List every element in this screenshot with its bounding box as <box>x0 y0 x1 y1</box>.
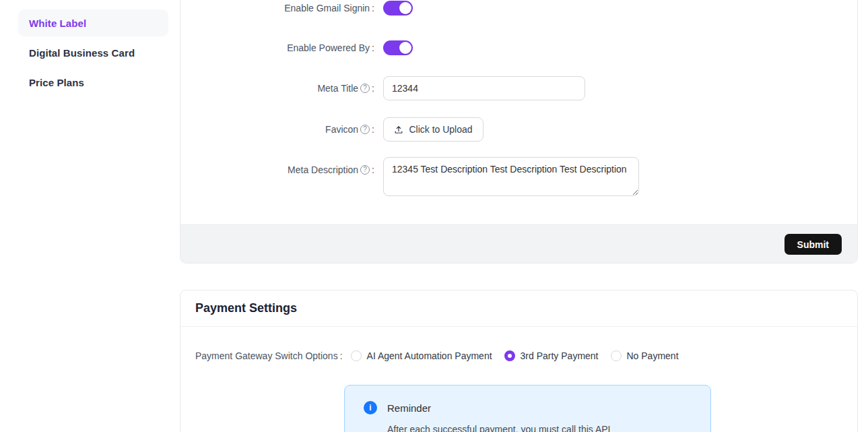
sidebar-item-white-label[interactable]: White Label <box>18 9 168 36</box>
reminder-title: Reminder <box>387 402 431 414</box>
question-circle-icon[interactable]: ? <box>360 165 370 175</box>
favicon-upload-button[interactable]: Click to Upload <box>383 117 483 142</box>
question-circle-icon[interactable]: ? <box>360 84 370 93</box>
meta-title-input[interactable] <box>383 76 585 100</box>
submit-button[interactable]: Submit <box>784 234 842 255</box>
radio-3rd-party-payment[interactable]: 3rd Party Payment <box>504 350 599 361</box>
powered-by-toggle[interactable] <box>383 40 413 55</box>
payment-settings-card: Payment Settings Payment Gateway Switch … <box>180 290 858 432</box>
meta-description-label: Meta Description ?: <box>180 157 374 183</box>
meta-title-label: Meta Title ?: <box>180 83 374 94</box>
upload-button-label: Click to Upload <box>409 124 472 135</box>
settings-sidebar: White Label Digital Business Card Price … <box>18 9 168 98</box>
payment-settings-header: Payment Settings <box>180 290 857 327</box>
radio-circle-icon <box>351 350 362 361</box>
reminder-alert-box: i Reminder After each successful payment… <box>344 385 711 432</box>
form-row-meta-title: Meta Title ?: <box>180 76 585 100</box>
favicon-label: Favicon ?: <box>180 124 374 135</box>
form-row-favicon: Favicon ?: Click to Upload <box>180 117 483 142</box>
payment-gateway-options-row: Payment Gateway Switch Options: AI Agent… <box>195 348 691 363</box>
radio-label: AI Agent Automation Payment <box>367 350 492 361</box>
radio-ai-agent-automation-payment[interactable]: AI Agent Automation Payment <box>351 350 492 361</box>
info-circle-icon: i <box>364 401 377 414</box>
sidebar-item-label: Price Plans <box>29 77 84 88</box>
reminder-text: After each successful payment, you must … <box>387 424 610 432</box>
powered-by-label: Enable Powered By: <box>180 42 374 53</box>
white-label-form-card: Enable Gmail Signin: Enable Powered By: … <box>180 0 858 264</box>
sidebar-item-digital-business-card[interactable]: Digital Business Card <box>18 39 168 66</box>
form-row-powered-by: Enable Powered By: <box>180 40 413 55</box>
question-circle-icon[interactable]: ? <box>360 125 370 134</box>
radio-circle-icon <box>611 350 622 361</box>
form-row-meta-description: Meta Description ?: 12345 Test Descripti… <box>180 157 639 196</box>
sidebar-item-label: Digital Business Card <box>29 47 135 59</box>
radio-no-payment[interactable]: No Payment <box>611 350 679 361</box>
radio-label: 3rd Party Payment <box>521 350 599 361</box>
sidebar-item-price-plans[interactable]: Price Plans <box>18 69 168 96</box>
meta-description-textarea[interactable]: 12345 Test Description Test Description … <box>383 157 639 196</box>
toggle-knob <box>399 2 411 14</box>
toggle-knob <box>399 42 411 54</box>
radio-label: No Payment <box>627 350 679 361</box>
radio-circle-checked-icon <box>504 350 515 361</box>
form-row-gmail-signin: Enable Gmail Signin: <box>180 1 413 16</box>
sidebar-item-label: White Label <box>29 18 86 29</box>
payment-gateway-label: Payment Gateway Switch Options: <box>195 350 343 361</box>
upload-icon <box>394 125 403 134</box>
form-footer-bar: Submit <box>180 224 857 263</box>
gmail-signin-toggle[interactable] <box>383 1 413 16</box>
gmail-signin-label: Enable Gmail Signin: <box>180 3 374 13</box>
payment-settings-title: Payment Settings <box>195 301 297 315</box>
